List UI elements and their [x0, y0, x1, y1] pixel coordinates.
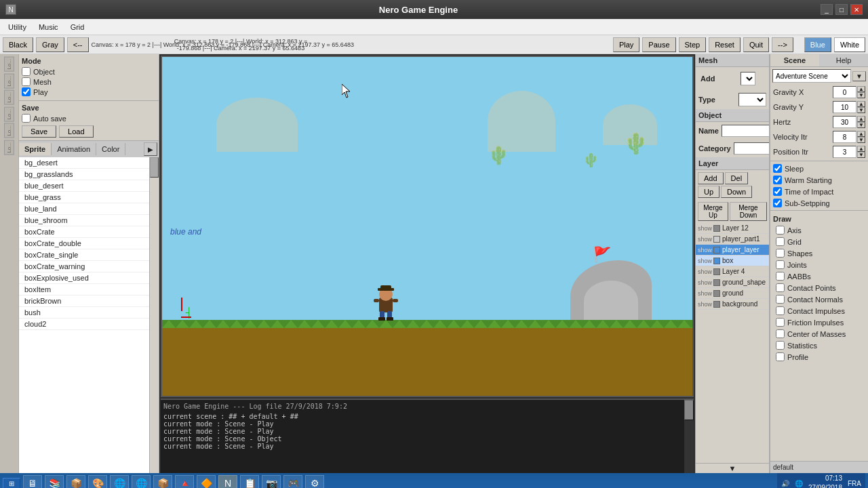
reset-button[interactable]: Reset	[709, 37, 741, 52]
layer-add-btn[interactable]: Add	[698, 172, 724, 184]
scene-tab[interactable]: Scene	[770, 54, 819, 66]
quit-button[interactable]: Quit	[743, 37, 769, 52]
sprite-blue-land[interactable]: blue_land	[19, 203, 149, 215]
sprite-boxcrate[interactable]: boxCrate	[19, 226, 149, 238]
sidebar-icon-6[interactable]: Lo...	[4, 140, 14, 155]
blue-button[interactable]: Blue	[804, 37, 831, 52]
sidebar-icon-5[interactable]: Lo...	[4, 123, 14, 138]
layer-show-0[interactable]: show	[698, 225, 712, 232]
hertz-input[interactable]	[833, 116, 856, 128]
sprite-bg-desert[interactable]: bg_desert	[19, 157, 149, 169]
layer-item-4[interactable]: show Layer 4	[696, 266, 769, 277]
layer-item-1[interactable]: show player_part1	[696, 234, 769, 245]
layer-item-7[interactable]: show background	[696, 299, 769, 310]
menu-utility[interactable]: Utility	[3, 22, 32, 33]
sprite-bush[interactable]: bush	[19, 307, 149, 319]
gray-button[interactable]: Gray	[36, 37, 64, 52]
taskbar-app-13[interactable]: ⚙	[305, 475, 324, 488]
forward-button[interactable]: -->	[772, 37, 793, 52]
layer-item-5[interactable]: show ground_shape	[696, 277, 769, 288]
tab-sprite[interactable]: Sprite	[19, 143, 52, 155]
gravity-x-down[interactable]: ▼	[857, 92, 865, 98]
layer-show-4[interactable]: show	[698, 268, 712, 275]
taskbar-app-9[interactable]: N	[218, 475, 237, 488]
sidebar-icon-4[interactable]: Lo...	[4, 107, 14, 122]
time-of-impact-checkbox[interactable]	[773, 187, 782, 196]
taskbar-app-10[interactable]: 📋	[240, 475, 259, 488]
play-button[interactable]: Play	[613, 37, 639, 52]
layer-del-btn[interactable]: Del	[725, 172, 749, 184]
close-button[interactable]: ✕	[850, 4, 863, 15]
contact-normals-checkbox[interactable]	[776, 295, 785, 304]
taskbar-app-8[interactable]: 🔶	[197, 475, 216, 488]
play-mode-checkbox[interactable]	[22, 87, 31, 96]
type-select[interactable]	[738, 93, 766, 106]
object-name-input[interactable]	[722, 125, 770, 137]
aabbs-checkbox[interactable]	[776, 272, 785, 281]
taskbar-app-12[interactable]: 🎮	[283, 475, 302, 488]
black-button[interactable]: Black	[3, 37, 33, 52]
merge-down-btn[interactable]: Merge Down	[730, 202, 767, 221]
layer-item-0[interactable]: show Layer 12	[696, 223, 769, 234]
save-button[interactable]: Save	[22, 125, 56, 138]
expand-button[interactable]: ▶	[144, 142, 157, 156]
layer-show-6[interactable]: show	[698, 290, 712, 297]
joints-checkbox[interactable]	[776, 260, 785, 269]
sprite-blue-grass[interactable]: blue_grass	[19, 192, 149, 203]
sub-setpping-checkbox[interactable]	[773, 199, 782, 207]
pos-itr-down[interactable]: ▼	[857, 152, 865, 158]
tab-color[interactable]: Color	[96, 143, 125, 155]
sprite-boxcrate-double[interactable]: boxCrate_double	[19, 238, 149, 249]
sprite-list-scrollbar[interactable]	[149, 157, 159, 473]
layer-show-5[interactable]: show	[698, 279, 712, 286]
vel-itr-down[interactable]: ▼	[857, 137, 865, 143]
sprite-boxexplosive-used[interactable]: boxExplosive_used	[19, 272, 149, 284]
pos-itr-input[interactable]	[833, 146, 856, 158]
taskbar-app-6[interactable]: 📦	[153, 475, 172, 488]
load-button[interactable]: Load	[59, 125, 93, 138]
sprite-cloud2[interactable]: cloud2	[19, 319, 149, 330]
taskbar-app-11[interactable]: 📷	[262, 475, 281, 488]
sprite-boxcrate-warning[interactable]: boxCrate_warning	[19, 261, 149, 272]
auto-save-checkbox[interactable]	[22, 114, 31, 123]
axis-checkbox[interactable]	[776, 226, 785, 235]
gravity-y-up[interactable]: ▲	[857, 101, 865, 107]
sidebar-icon-1[interactable]: Lo...	[4, 57, 14, 72]
step-button[interactable]: Step	[679, 37, 707, 52]
friction-impulses-checkbox[interactable]	[776, 318, 785, 327]
layer-show-2[interactable]: show	[698, 247, 712, 253]
sleep-checkbox[interactable]	[773, 164, 782, 173]
sprite-blue-desert[interactable]: blue_desert	[19, 180, 149, 192]
pause-button[interactable]: Pause	[642, 37, 675, 52]
taskbar-app-5[interactable]: 🌐	[132, 475, 151, 488]
layer-up-btn[interactable]: Up	[698, 186, 719, 198]
scene-dropdown-btn[interactable]: ▼	[852, 71, 866, 81]
vel-itr-input[interactable]	[833, 131, 856, 143]
sidebar-icon-3[interactable]: Lo...	[4, 90, 14, 105]
hertz-up[interactable]: ▲	[857, 116, 865, 122]
profile-checkbox[interactable]	[776, 352, 785, 361]
layer-scroll-down[interactable]: ▼	[696, 463, 769, 473]
layer-show-3[interactable]: show	[698, 258, 712, 264]
contact-points-checkbox[interactable]	[776, 283, 785, 292]
gravity-y-down[interactable]: ▼	[857, 107, 865, 113]
add-select[interactable]	[741, 72, 755, 85]
minimize-button[interactable]: _	[821, 4, 833, 15]
taskbar-app-2[interactable]: 📦	[66, 475, 85, 488]
warm-starting-checkbox[interactable]	[773, 176, 782, 184]
center-of-masses-checkbox[interactable]	[776, 329, 785, 338]
mesh-mode-checkbox[interactable]	[22, 77, 31, 86]
log-scrollbar[interactable]	[684, 400, 694, 473]
taskbar-app-3[interactable]: 🎨	[88, 475, 107, 488]
object-category-input[interactable]	[734, 142, 770, 155]
contact-impulses-checkbox[interactable]	[776, 306, 785, 315]
sprite-brickbrown[interactable]: brickBrown	[19, 296, 149, 307]
back-button[interactable]: <--	[67, 37, 89, 52]
start-button[interactable]: ⊞	[3, 478, 20, 489]
layer-down-btn[interactable]: Down	[721, 186, 752, 198]
pos-itr-up[interactable]: ▲	[857, 146, 865, 152]
sidebar-icon-2[interactable]: Lo...	[4, 74, 14, 89]
white-button[interactable]: White	[834, 37, 865, 52]
sprite-boxcrate-single[interactable]: boxCrate_single	[19, 249, 149, 261]
menu-music[interactable]: Music	[33, 22, 64, 33]
